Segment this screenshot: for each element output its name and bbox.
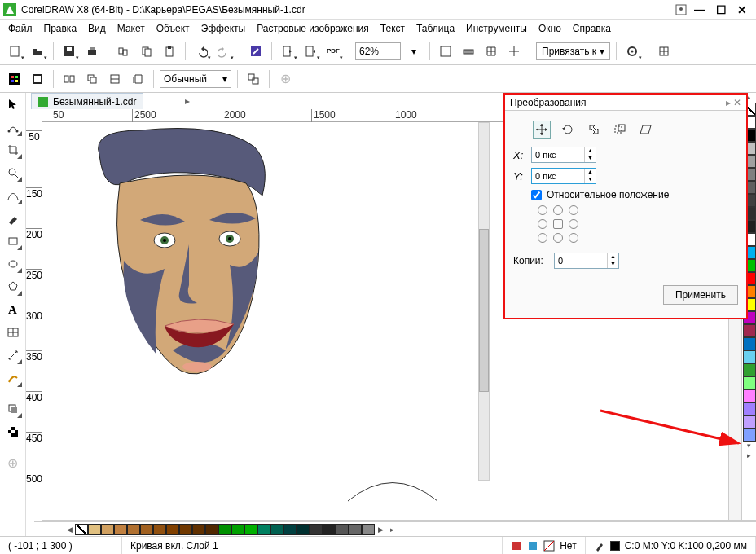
strip-swatch[interactable] (140, 524, 153, 535)
new-doc-button[interactable] (5, 42, 24, 61)
vertical-scrollbar[interactable] (478, 122, 490, 481)
prop-tool-6[interactable] (128, 69, 147, 89)
strip-swatch[interactable] (179, 524, 192, 535)
strip-swatch[interactable] (323, 524, 336, 535)
menu-window[interactable]: Окно (538, 23, 561, 34)
strip-swatch[interactable] (270, 524, 284, 535)
palette-swatch[interactable] (743, 337, 756, 350)
options-button[interactable] (622, 42, 642, 61)
table-tool[interactable] (3, 323, 23, 342)
text-tool[interactable]: A (3, 300, 23, 319)
paste-button[interactable] (160, 42, 179, 61)
menu-effects[interactable]: Эффекты (201, 23, 246, 34)
y-position-input[interactable]: ▲▼ (531, 168, 596, 184)
strip-swatch[interactable] (310, 524, 323, 535)
menu-layout[interactable]: Макет (117, 23, 145, 34)
strip-swatch[interactable] (297, 524, 310, 535)
prop-tool-2[interactable] (28, 69, 47, 89)
transform-tab-skew[interactable] (637, 121, 655, 138)
vertical-ruler[interactable]: 50 150 200 250 300 350 400 450 500 (26, 122, 42, 520)
strip-swatch[interactable] (244, 524, 257, 535)
transform-tab-position[interactable] (533, 121, 551, 138)
show-rulers-button[interactable] (459, 42, 478, 61)
no-fill-icon[interactable] (543, 540, 555, 552)
strip-scroll-right[interactable]: ▶ (375, 525, 386, 534)
document-tab[interactable]: Безымянный-1.cdr (31, 93, 143, 109)
strip-no-color[interactable] (75, 524, 88, 535)
palette-swatch[interactable] (743, 376, 756, 389)
user-icon[interactable] (673, 2, 689, 17)
strip-swatch[interactable] (192, 524, 205, 535)
strip-swatch[interactable] (231, 524, 244, 535)
transform-tab-scale[interactable] (585, 121, 603, 138)
docker-menu-icon[interactable]: ▸ ✕ (726, 97, 741, 108)
menu-tools[interactable]: Инструменты (466, 23, 527, 34)
drop-shadow-tool[interactable] (3, 399, 23, 419)
shape-tool[interactable] (3, 117, 23, 137)
fullscreen-button[interactable] (436, 42, 455, 61)
app-launcher-button[interactable] (654, 42, 674, 61)
snap-to-dropdown[interactable]: Привязать к▾ (536, 42, 610, 60)
prop-tool-4[interactable] (82, 69, 102, 89)
anchor-grid[interactable] (538, 205, 738, 244)
strip-swatch[interactable] (284, 524, 297, 535)
strip-flyout[interactable]: ▸ (386, 525, 398, 534)
import-button[interactable] (278, 42, 297, 61)
publish-pdf-button[interactable]: PDF (323, 42, 343, 61)
menu-text[interactable]: Текст (380, 23, 405, 34)
strip-swatch[interactable] (153, 524, 166, 535)
outline-swatch[interactable] (610, 541, 620, 551)
transform-tab-size[interactable] (611, 121, 629, 138)
strip-swatch[interactable] (127, 524, 140, 535)
strip-swatch[interactable] (336, 524, 349, 535)
maximize-button[interactable]: ☐ (710, 2, 732, 18)
x-position-input[interactable]: ▲▼ (531, 147, 596, 163)
strip-swatch[interactable] (166, 524, 179, 535)
undo-button[interactable] (191, 42, 211, 61)
menu-view[interactable]: Вид (88, 23, 106, 34)
menu-edit[interactable]: Правка (44, 23, 77, 34)
menu-file[interactable]: Файл (8, 23, 33, 34)
strip-scroll-left[interactable]: ◀ (64, 525, 75, 534)
strip-swatch[interactable] (218, 524, 231, 535)
search-content-button[interactable] (246, 42, 266, 61)
strip-swatch[interactable] (205, 524, 218, 535)
tracing-mode-combo[interactable]: Обычный▾ (160, 70, 231, 88)
zoom-tool[interactable] (3, 163, 23, 182)
menu-bitmaps[interactable]: Растровые изображения (257, 23, 369, 34)
copy-button[interactable] (137, 42, 156, 61)
scrollbar-thumb[interactable] (479, 229, 489, 392)
export-button[interactable] (301, 42, 320, 61)
add-tool-button[interactable]: ⊕ (3, 453, 23, 473)
tab-close-icon[interactable]: ▸ (181, 95, 194, 108)
strip-swatch[interactable] (257, 524, 270, 535)
freehand-tool[interactable] (3, 186, 23, 205)
pick-tool[interactable] (3, 95, 23, 114)
strip-swatch[interactable] (349, 524, 362, 535)
copies-input[interactable]: ▲▼ (554, 253, 619, 269)
dimension-tool[interactable] (3, 345, 23, 365)
cut-button[interactable] (114, 42, 134, 61)
menu-table[interactable]: Таблица (416, 23, 455, 34)
zoom-level-input[interactable] (355, 42, 401, 60)
relative-position-checkbox[interactable] (531, 190, 542, 200)
rectangle-tool[interactable] (3, 231, 23, 251)
prop-tool-7[interactable] (244, 69, 263, 89)
strip-swatch[interactable] (88, 524, 101, 535)
connector-tool[interactable] (3, 368, 23, 388)
minimize-button[interactable]: — (689, 2, 710, 18)
palette-swatch[interactable] (743, 389, 756, 402)
palette-swatch[interactable] (743, 350, 756, 363)
show-grid-button[interactable] (481, 42, 501, 61)
close-button[interactable]: ✕ (732, 2, 753, 18)
zoom-dropdown[interactable]: ▾ (404, 42, 424, 61)
crop-tool[interactable] (3, 140, 23, 160)
menu-object[interactable]: Объект (156, 23, 190, 34)
palette-swatch[interactable] (743, 363, 756, 376)
strip-swatch[interactable] (362, 524, 375, 535)
transform-tab-rotate[interactable] (559, 121, 577, 138)
print-button[interactable] (82, 42, 102, 61)
artistic-media-tool[interactable] (3, 209, 23, 228)
redo-button[interactable] (214, 42, 234, 61)
menu-help[interactable]: Справка (573, 23, 611, 34)
